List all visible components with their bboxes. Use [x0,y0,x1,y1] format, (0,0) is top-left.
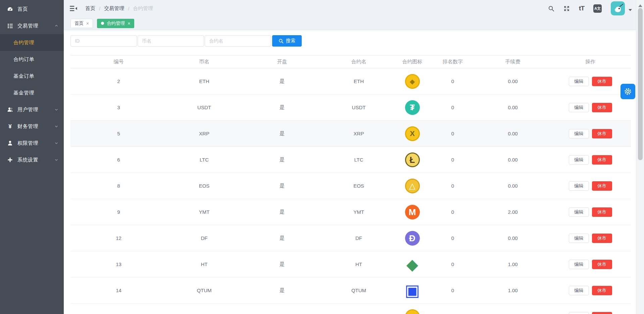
cell-actions: 编辑休市 [550,304,631,314]
market-close-button[interactable]: 休市 [592,129,612,138]
market-close-button[interactable]: 休市 [592,312,612,314]
cell-fee: 2.00 [476,199,550,225]
cell-number: 12 [70,225,167,251]
market-close-button[interactable]: 休市 [592,286,612,295]
sidebar-item-home[interactable]: 首页 [0,1,64,17]
edit-button[interactable]: 编辑 [569,234,589,243]
sidebar-item-label: 系统设置 [17,157,54,163]
edit-button[interactable]: 编辑 [569,103,589,112]
sidebar-item-contract-management[interactable]: 合约管理 [0,34,64,51]
cell-coin-name: USDT [167,95,242,121]
cell-open: 是 [242,251,323,277]
cell-contract-icon: Ł [395,147,430,173]
edit-button[interactable]: 编辑 [569,129,589,138]
edit-button[interactable]: 编辑 [569,260,589,269]
close-icon[interactable]: × [128,21,130,26]
market-close-button[interactable]: 休市 [592,181,612,191]
contract-name-input[interactable] [205,35,271,47]
cell-coin-name: EOS [167,173,242,199]
close-icon[interactable]: × [86,21,89,26]
person-icon [7,140,13,146]
gear-icon [624,87,632,96]
plus-icon [7,157,13,163]
cell-fee: 0.00 [476,147,550,173]
cell-rank: 0 [430,173,476,199]
sidebar-item-permission-management[interactable]: 权限管理 [0,135,64,151]
cell-coin-name: YMT [167,199,242,225]
market-close-button[interactable]: 休市 [592,260,612,269]
caret-down-icon[interactable] [629,9,632,13]
cell-coin-name: HT [167,251,242,277]
cell-rank: 0 [430,68,476,95]
edit-button[interactable]: 编辑 [569,155,589,165]
tab-contract-management[interactable]: 合约管理 × [97,19,134,28]
page-scrollbar[interactable] [636,0,644,314]
cell-number: 14 [70,277,167,304]
cell-fee: 0.00 [476,121,550,147]
market-close-button[interactable]: 休市 [592,234,612,243]
cell-contract-icon: M [395,199,430,225]
table-row: 13HT是HT◆01.00编辑休市 [70,251,631,277]
sidebar-collapse-icon[interactable] [70,6,77,11]
sidebar-item-trade-management[interactable]: 交易管理 [0,17,64,34]
market-close-button[interactable]: 休市 [592,155,612,165]
search-button-label: 搜索 [286,38,295,44]
edit-button[interactable]: 编辑 [569,181,589,191]
cell-coin-name: QTUM [167,277,242,304]
fullscreen-icon[interactable] [563,5,570,12]
tab-home[interactable]: 首页 × [70,19,93,28]
cell-contract-icon: ▣ [395,277,430,304]
sidebar-item-fund-management[interactable]: 基金管理 [0,84,64,101]
table-row: 12DF是DFÐ00.00编辑休市 [70,225,631,251]
cell-rank: 0 [430,121,476,147]
sidebar-item-contract-orders[interactable]: 合约订单 [0,51,64,68]
font-size-icon[interactable]: tT [579,5,584,12]
sidebar-item-user-management[interactable]: 用户管理 [0,101,64,118]
avatar[interactable] [611,1,625,15]
table-header: 编号 币名 开盘 合约名 合约图标 排名数字 手续费 操作 [70,56,631,68]
tab-label: 首页 [75,20,84,26]
cell-contract-icon: X [395,121,430,147]
cell-actions: 编辑休市 [550,199,631,225]
edit-button[interactable]: 编辑 [569,207,589,217]
market-close-button[interactable]: 休市 [592,77,612,86]
table-row: 5XRP是XRPX00.00编辑休市 [70,121,631,147]
sidebar-item-fund-orders[interactable]: 基金订单 [0,68,64,84]
market-close-button[interactable]: 休市 [592,103,612,112]
cell-open: 是 [242,225,323,251]
tab-label: 合约管理 [107,20,125,26]
sidebar-item-label: 权限管理 [17,140,54,146]
sidebar-item-system-settings[interactable]: 系统设置 [0,151,64,168]
breadcrumb-home[interactable]: 首页 [85,5,95,12]
translate-icon[interactable]: A文 [593,4,602,13]
edit-button[interactable]: 编辑 [569,312,589,314]
cell-open: 是 [242,277,323,304]
market-close-button[interactable]: 休市 [592,207,612,217]
cell-open: 是 [242,199,323,225]
edit-button[interactable]: 编辑 [569,286,589,295]
cell-rank [430,304,476,314]
cell-actions: 编辑休市 [550,147,631,173]
settings-gear-button[interactable] [621,84,635,99]
col-fee: 手续费 [476,56,550,68]
edit-button[interactable]: 编辑 [569,77,589,86]
cell-contract-icon: ◆ [395,68,430,95]
dashboard-icon [7,6,13,12]
eos-coin-icon: △ [405,179,420,193]
coin-name-input[interactable] [138,35,204,47]
ht-coin-icon: ◆ [405,257,420,272]
search-icon[interactable] [548,5,554,12]
scrollbar-up-arrow-icon[interactable] [638,2,642,7]
usdt-coin-icon: ₮ [405,100,420,115]
cell-actions: 编辑休市 [550,121,631,147]
search-button[interactable]: 搜索 [272,35,302,47]
table-row: 14QTUM是QTUM▣01.00编辑休市 [70,277,631,304]
breadcrumb: 首页 / 交易管理 / 合约管理 [85,5,153,12]
id-input[interactable] [70,35,137,47]
cell-rank: 0 [430,147,476,173]
scrollbar-thumb[interactable] [638,8,643,160]
ymt-coin-icon: M [405,205,420,219]
breadcrumb-trade-management[interactable]: 交易管理 [104,5,124,12]
cell-open [242,304,323,314]
sidebar-item-finance-management[interactable]: ¥ 财务管理 [0,118,64,135]
